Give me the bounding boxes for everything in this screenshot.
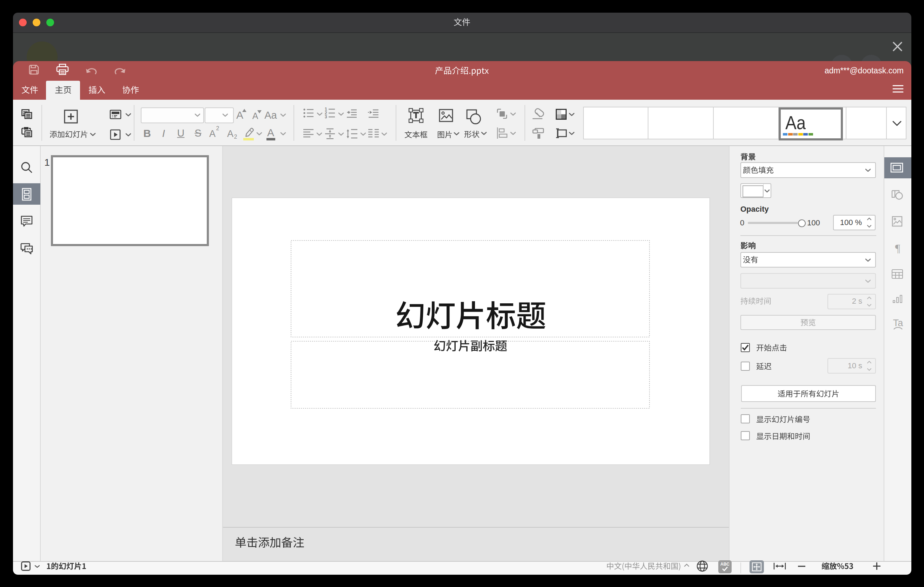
svg-text:3: 3 [325, 114, 327, 119]
svg-text:ABC: ABC [720, 562, 729, 567]
